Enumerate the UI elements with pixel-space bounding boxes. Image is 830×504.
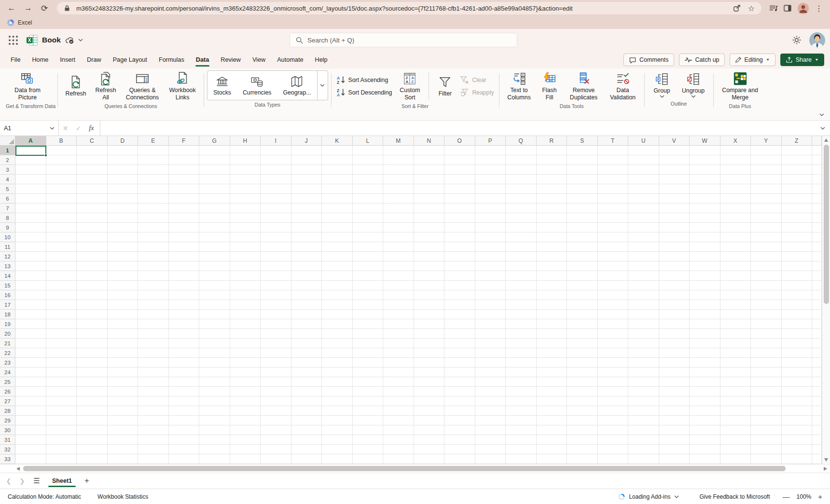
cell-j30[interactable]: [291, 425, 322, 435]
cell-b20[interactable]: [46, 329, 77, 339]
cell-k11[interactable]: [322, 242, 353, 252]
cell-l17[interactable]: [353, 300, 384, 310]
row-header-19[interactable]: 19: [0, 319, 15, 329]
cell-g9[interactable]: [199, 223, 230, 232]
column-header-w[interactable]: W: [690, 136, 720, 146]
cell-d14[interactable]: [108, 271, 138, 281]
cell-f20[interactable]: [169, 329, 200, 339]
cell-q14[interactable]: [506, 271, 537, 281]
horizontal-scroll-thumb[interactable]: [23, 466, 786, 471]
cell-j17[interactable]: [291, 300, 322, 310]
cell-w6[interactable]: [690, 194, 720, 204]
cell-l11[interactable]: [353, 242, 384, 252]
cell-r21[interactable]: [537, 339, 567, 348]
cell-s4[interactable]: [567, 175, 598, 184]
cell-r33[interactable]: [537, 454, 567, 464]
cell-i29[interactable]: [261, 416, 291, 425]
cell-l24[interactable]: [353, 368, 384, 377]
cell-d33[interactable]: [108, 454, 138, 464]
cell-h9[interactable]: [230, 223, 261, 232]
cell-f12[interactable]: [169, 252, 200, 261]
addins-chevron-down-icon[interactable]: [674, 495, 679, 498]
cell-y9[interactable]: [751, 223, 782, 232]
cell-f8[interactable]: [169, 213, 200, 223]
cell-w5[interactable]: [690, 184, 720, 194]
column-header-n[interactable]: N: [414, 136, 445, 146]
cell-partial[interactable]: [812, 271, 822, 281]
cell-e11[interactable]: [138, 242, 169, 252]
cell-s28[interactable]: [567, 406, 598, 416]
cell-k31[interactable]: [322, 435, 353, 445]
cell-e28[interactable]: [138, 406, 169, 416]
cell-c10[interactable]: [77, 232, 108, 242]
cell-n13[interactable]: [414, 261, 445, 271]
scroll-down-arrow[interactable]: [824, 458, 828, 462]
cell-u16[interactable]: [628, 290, 659, 300]
next-sheet-arrow[interactable]: ❯: [16, 475, 28, 487]
cell-b11[interactable]: [46, 242, 77, 252]
cell-y27[interactable]: [751, 396, 782, 406]
cell-h33[interactable]: [230, 454, 261, 464]
cell-b17[interactable]: [46, 300, 77, 310]
cell-s2[interactable]: [567, 155, 598, 165]
cell-e23[interactable]: [138, 358, 169, 368]
cell-z22[interactable]: [782, 348, 813, 358]
row-header-27[interactable]: 27: [0, 396, 15, 406]
cell-f18[interactable]: [169, 310, 200, 319]
cell-i25[interactable]: [261, 377, 291, 387]
row-header-12[interactable]: 12: [0, 252, 15, 261]
cell-v21[interactable]: [659, 339, 690, 348]
cell-l7[interactable]: [353, 204, 384, 213]
cell-partial[interactable]: [812, 165, 822, 175]
cell-a7[interactable]: [15, 204, 46, 213]
row-header-16[interactable]: 16: [0, 290, 15, 300]
cell-u4[interactable]: [628, 175, 659, 184]
row-header-14[interactable]: 14: [0, 271, 15, 281]
cell-c9[interactable]: [77, 223, 108, 232]
scroll-right-arrow[interactable]: [824, 467, 827, 471]
cell-partial[interactable]: [812, 425, 822, 435]
cell-r20[interactable]: [537, 329, 567, 339]
cell-l26[interactable]: [353, 387, 384, 396]
cell-i33[interactable]: [261, 454, 291, 464]
vertical-scroll-thumb[interactable]: [824, 145, 829, 304]
cell-v6[interactable]: [659, 194, 690, 204]
cell-d18[interactable]: [108, 310, 138, 319]
cell-a19[interactable]: [15, 319, 46, 329]
cell-r22[interactable]: [537, 348, 567, 358]
cell-v16[interactable]: [659, 290, 690, 300]
cell-t17[interactable]: [598, 300, 629, 310]
cell-j7[interactable]: [291, 204, 322, 213]
cell-m25[interactable]: [383, 377, 414, 387]
cell-o9[interactable]: [444, 223, 475, 232]
cell-c17[interactable]: [77, 300, 108, 310]
cell-h16[interactable]: [230, 290, 261, 300]
cell-l6[interactable]: [353, 194, 384, 204]
cell-b25[interactable]: [46, 377, 77, 387]
cell-n28[interactable]: [414, 406, 445, 416]
cell-j20[interactable]: [291, 329, 322, 339]
cell-d19[interactable]: [108, 319, 138, 329]
cell-h17[interactable]: [230, 300, 261, 310]
cell-z11[interactable]: [782, 242, 813, 252]
cell-j33[interactable]: [291, 454, 322, 464]
cell-h5[interactable]: [230, 184, 261, 194]
cell-g5[interactable]: [199, 184, 230, 194]
cell-r4[interactable]: [537, 175, 567, 184]
cell-s23[interactable]: [567, 358, 598, 368]
cell-k12[interactable]: [322, 252, 353, 261]
cell-m19[interactable]: [383, 319, 414, 329]
ribbon-button-geograp[interactable]: Geograp...: [277, 71, 317, 100]
cell-k25[interactable]: [322, 377, 353, 387]
cell-v31[interactable]: [659, 435, 690, 445]
cell-e20[interactable]: [138, 329, 169, 339]
cell-y2[interactable]: [751, 155, 782, 165]
cancel-entry-button[interactable]: ✕: [59, 121, 72, 136]
cell-w21[interactable]: [690, 339, 720, 348]
cell-l2[interactable]: [353, 155, 384, 165]
row-header-15[interactable]: 15: [0, 281, 15, 290]
cell-a1[interactable]: [15, 146, 46, 155]
cell-n20[interactable]: [414, 329, 445, 339]
cell-t31[interactable]: [598, 435, 629, 445]
cell-t19[interactable]: [598, 319, 629, 329]
